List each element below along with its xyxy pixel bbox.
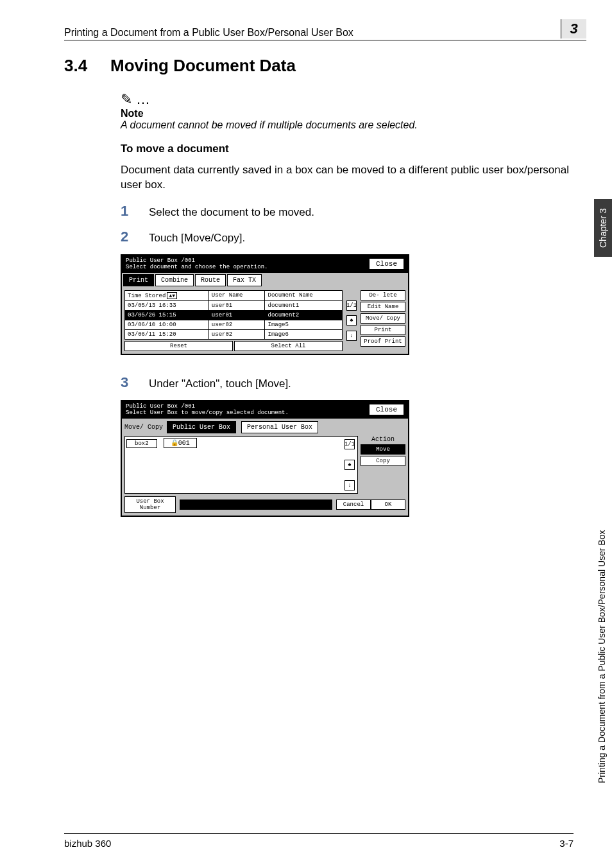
- footer-right: 3-7: [559, 838, 574, 849]
- step-1: 1 Select the document to be moved.: [121, 203, 586, 220]
- table-row[interactable]: 03/06/11 15:20user02Image6: [125, 329, 343, 339]
- panel1-header: Public User Box /001 Select document and…: [122, 256, 408, 273]
- scroll-up-icon[interactable]: ♠: [346, 315, 357, 326]
- table-row[interactable]: 03/06/10 10:00user02Image5: [125, 320, 343, 329]
- edit-name-button[interactable]: Edit Name: [361, 302, 405, 312]
- scroll-down-icon[interactable]: ↓: [346, 331, 357, 341]
- panel1-tabs: Print Combine Route Fax TX: [122, 273, 408, 288]
- cancel-button[interactable]: Cancel: [336, 499, 371, 510]
- section-number: 3.4: [64, 56, 110, 76]
- step-number: 3: [121, 374, 149, 391]
- tab-personal-userbox[interactable]: Personal User Box: [241, 421, 318, 433]
- section-heading: 3.4Moving Document Data: [64, 56, 586, 76]
- tab-route[interactable]: Route: [195, 274, 226, 286]
- scroll-up-icon[interactable]: ♠: [344, 460, 355, 470]
- step-number: 1: [121, 203, 149, 220]
- step-text: Select the document to be moved.: [149, 206, 314, 219]
- table-header-row: Time Stored▲▼ User Name Document Name: [125, 290, 343, 300]
- userbox-list: box2 🔒001 1/1 ♠ ↓: [124, 436, 358, 494]
- tab-print[interactable]: Print: [123, 274, 154, 286]
- tab-public-userbox[interactable]: Public User Box: [167, 421, 236, 433]
- print-button[interactable]: Print: [361, 325, 405, 335]
- move-button[interactable]: Move: [361, 444, 405, 455]
- list-item[interactable]: 🔒001: [164, 438, 197, 448]
- header-title: Printing a Document from a Public User B…: [64, 27, 556, 39]
- footer-left: bizhub 360: [64, 838, 111, 849]
- col-time[interactable]: Time Stored▲▼: [125, 290, 209, 300]
- step-text: Under "Action", touch [Move].: [149, 378, 291, 390]
- action-label: Action: [361, 436, 405, 443]
- tab-combine[interactable]: Combine: [155, 274, 194, 286]
- col-doc[interactable]: Document Name: [265, 290, 343, 300]
- page-header: Printing a Document from a Public User B…: [64, 19, 586, 40]
- panel1-action-buttons: De- lete Edit Name Move/ Copy Print Proo…: [361, 290, 405, 351]
- sort-icon[interactable]: ▲▼: [167, 292, 177, 299]
- page-indicator: 1/1: [344, 439, 355, 449]
- scroll-down-icon[interactable]: ↓: [344, 480, 355, 490]
- step-number: 2: [121, 229, 149, 245]
- note-text: A document cannot be moved if multiple d…: [121, 119, 586, 131]
- move-copy-button[interactable]: Move/ Copy: [361, 313, 405, 324]
- list-item[interactable]: box2: [126, 439, 157, 448]
- reset-button[interactable]: Reset: [124, 341, 233, 351]
- intro-text: Document data currently saved in a box c…: [121, 163, 586, 193]
- copy-button[interactable]: Copy: [361, 456, 405, 466]
- note-label: Note: [121, 108, 586, 119]
- section-title: Moving Document Data: [110, 56, 296, 75]
- note-icon: ✎ …: [121, 91, 586, 108]
- delete-button[interactable]: De- lete: [361, 290, 405, 300]
- note-block: ✎ … Note A document cannot be moved if m…: [121, 91, 586, 131]
- close-button[interactable]: Close: [369, 258, 404, 270]
- scroll-column: 1/1 ♠ ↓: [345, 290, 358, 351]
- chapter-tab: Chapter 3: [594, 199, 612, 257]
- document-table: Time Stored▲▼ User Name Document Name 03…: [124, 290, 343, 340]
- panel2-title: Public User Box /001: [126, 404, 289, 410]
- screenshot-panel-1: Public User Box /001 Select document and…: [121, 254, 409, 355]
- ok-button[interactable]: OK: [371, 499, 405, 510]
- userbox-number-input[interactable]: [180, 499, 332, 510]
- panel2-action-column: Action Move Copy: [361, 436, 405, 494]
- userbox-number-button[interactable]: User Box Number: [124, 496, 176, 513]
- tab-fax[interactable]: Fax TX: [227, 274, 262, 286]
- select-all-button[interactable]: Select All: [234, 341, 343, 351]
- chapter-number-box: 3: [561, 19, 586, 39]
- panel2-subtitle: Select User Box to move/copy selected do…: [126, 410, 289, 416]
- panel1-body: Time Stored▲▼ User Name Document Name 03…: [122, 288, 408, 354]
- page-footer: bizhub 360 3-7: [64, 833, 574, 849]
- subheading: To move a document: [121, 143, 586, 155]
- table-row[interactable]: 03/05/26 15:15user01document2: [125, 310, 343, 320]
- mode-label: Move/ Copy: [124, 424, 163, 431]
- step-2: 2 Touch [Move/Copy].: [121, 229, 586, 245]
- panel1-subtitle: Select document and choose the operation…: [126, 264, 268, 270]
- proof-print-button[interactable]: Proof Print: [361, 336, 405, 347]
- side-section-label: Printing a Document from a Public User B…: [594, 270, 609, 783]
- panel2-header: Public User Box /001 Select User Box to …: [122, 401, 408, 419]
- close-button[interactable]: Close: [369, 404, 404, 415]
- step-3: 3 Under "Action", touch [Move].: [121, 374, 586, 391]
- col-user[interactable]: User Name: [208, 290, 265, 300]
- panel1-title: Public User Box /001: [126, 258, 268, 264]
- page-indicator: 1/1: [346, 300, 357, 311]
- screenshot-panel-2: Public User Box /001 Select User Box to …: [121, 400, 409, 517]
- panel2-body: Move/ Copy Public User Box Personal User…: [122, 419, 408, 516]
- step-text: Touch [Move/Copy].: [149, 232, 245, 245]
- table-row[interactable]: 03/05/13 16:33user01document1: [125, 300, 343, 310]
